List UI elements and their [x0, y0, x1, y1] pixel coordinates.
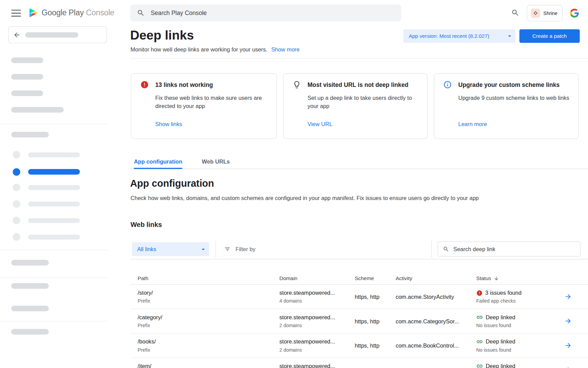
skeleton-bar [11, 329, 49, 335]
path-value: /item/ [137, 362, 279, 368]
table-row[interactable]: /item/ store.steampowered... Deep linked [130, 358, 588, 368]
scheme-value: https, http [355, 309, 396, 333]
arrow-forward-icon [565, 317, 572, 325]
status-value: Deep linked [486, 362, 515, 368]
show-links-link[interactable]: Show links [155, 121, 182, 127]
scheme-value [355, 358, 396, 368]
domain-value: store.steampowered... [279, 338, 355, 346]
column-path[interactable]: Path [130, 275, 279, 281]
card-title: Upgrade your custom scheme links [458, 81, 560, 88]
domain-count: 2 domains [279, 347, 355, 353]
menu-icon[interactable] [11, 10, 21, 17]
view-url-link[interactable]: View URL [308, 121, 332, 127]
card-most-visited-url: Most visited URL is not deep linked Set … [283, 73, 427, 139]
open-row-button[interactable] [565, 334, 588, 358]
path-type: Prefix [137, 298, 279, 305]
search-icon [137, 9, 145, 17]
play-console-app: Google Play Console Shrine [0, 0, 588, 368]
skeleton-circle [13, 217, 20, 224]
status-value: 3 issues found [485, 289, 522, 297]
create-patch-button[interactable]: Create a patch [519, 29, 579, 43]
shrine-app-icon [531, 9, 540, 17]
scheme-value: https, http [355, 285, 396, 309]
divider [130, 58, 588, 59]
page-title: Deep links [130, 27, 194, 43]
card-title: Most visited URL is not deep linked [308, 81, 409, 88]
link-icon [476, 338, 483, 345]
open-row-button[interactable] [565, 285, 588, 309]
back-navigation[interactable] [8, 26, 107, 43]
links-filter-dropdown[interactable]: All links [132, 242, 209, 256]
skeleton-circle [13, 200, 20, 208]
activity-value: com.acme.StoryActivity [396, 285, 476, 309]
account-switcher[interactable]: Shrine [527, 5, 562, 21]
back-arrow-icon [13, 31, 21, 39]
global-search-input[interactable] [151, 10, 394, 16]
status-detail: No issues found [476, 347, 565, 353]
skeleton-bar [28, 185, 80, 190]
skeleton-bar [11, 132, 49, 138]
page-subtitle: Monitor how well deep links are working … [131, 46, 300, 53]
skeleton-bar [28, 235, 80, 240]
divider [0, 277, 108, 277]
search-icon [443, 246, 450, 252]
subtitle-text: Monitor how well deep links are working … [131, 46, 267, 53]
card-upgrade-scheme-links: Upgrade your custom scheme links Upgrade… [434, 73, 578, 139]
skeleton-bar [11, 74, 43, 80]
column-activity[interactable]: Activity [396, 275, 476, 281]
deep-link-search[interactable] [438, 242, 581, 257]
lightbulb-icon [293, 80, 301, 91]
column-domain[interactable]: Domain [279, 275, 355, 281]
search-icon[interactable] [511, 9, 520, 17]
global-search[interactable] [130, 4, 401, 21]
learn-more-link[interactable]: Learn more [458, 121, 487, 127]
skeleton-bar [28, 202, 80, 206]
card-body: Upgrade 9 custom scheme links to web lin… [458, 94, 573, 102]
error-icon [140, 80, 149, 91]
column-scheme[interactable]: Scheme [355, 275, 396, 281]
table-row[interactable]: /story/Prefix store.steampowered...4 dom… [130, 285, 588, 309]
section-description: Check how web links, domains, and custom… [131, 195, 479, 201]
table-row[interactable]: /category/Prefix store.steampowered...2 … [130, 309, 588, 334]
tab-web-urls[interactable]: Web URLs [202, 154, 230, 169]
sidebar-item-active[interactable] [0, 168, 108, 176]
dropdown-caret-icon [199, 245, 207, 253]
status-value: Deep linked [486, 338, 515, 346]
deep-link-search-input[interactable] [453, 246, 575, 252]
table-row[interactable]: /books/Prefix store.steampowered...2 dom… [130, 334, 588, 358]
app-version-dropdown[interactable]: App version: Most recent (8.2.027) [403, 29, 516, 43]
divider [431, 241, 431, 258]
scheme-value: https, http [355, 334, 396, 358]
skeleton-bar [11, 260, 49, 266]
link-icon [476, 314, 483, 321]
skeleton-circle [13, 151, 20, 158]
card-links-not-working: 13 links not working Fix these web links… [131, 73, 277, 139]
path-value: /books/ [137, 338, 279, 346]
link-icon [476, 363, 483, 368]
main-content: Deep links Monitor how well deep links a… [130, 26, 588, 368]
info-icon [443, 80, 452, 91]
google-logo-icon[interactable] [570, 9, 579, 17]
open-row-button[interactable] [565, 309, 588, 333]
play-console-logo[interactable]: Google Play Console [28, 7, 114, 18]
column-status[interactable]: Status [476, 275, 565, 281]
status-value: Deep linked [486, 313, 515, 321]
web-links-table: Path Domain Scheme Activity Status /stor… [130, 272, 588, 368]
arrow-forward-icon [565, 342, 572, 349]
active-nav-bar [28, 169, 80, 175]
path-value: /story/ [137, 289, 279, 297]
domain-count: 2 domains [279, 322, 355, 329]
tab-app-configuration[interactable]: App configuration [134, 154, 182, 169]
sort-descending-icon [493, 275, 499, 281]
show-more-link[interactable]: Show more [271, 46, 300, 53]
activity-value [396, 358, 476, 368]
open-row-button[interactable] [565, 358, 588, 368]
arrow-forward-icon [565, 293, 572, 301]
activity-value: com.acme.CategorySor... [396, 309, 476, 333]
skeleton-bar [11, 283, 49, 289]
column-status-label: Status [476, 275, 491, 281]
logo-text-primary: Google Play [42, 8, 84, 17]
skeleton-circle [13, 233, 20, 241]
divider [216, 241, 216, 258]
filter-by-button[interactable]: Filter by [224, 239, 256, 260]
